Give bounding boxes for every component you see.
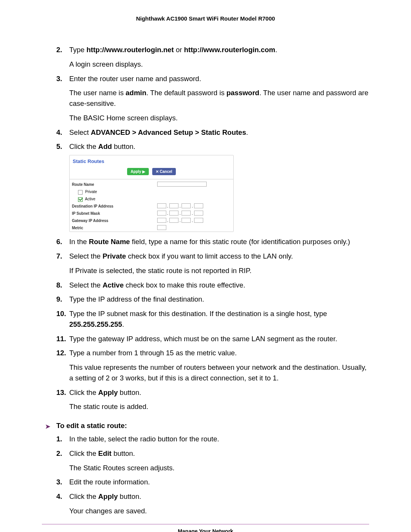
ss-active-label: Active xyxy=(85,197,95,201)
step-6-text: In the Route Name field, type a name for… xyxy=(69,238,350,246)
triangle-bullet-icon: ➤ xyxy=(45,422,51,431)
route-name-input[interactable] xyxy=(157,182,207,187)
step-9: 9. Type the IP address of the final dest… xyxy=(56,294,369,305)
edit-step-3: 3. Edit the route information. xyxy=(56,477,369,487)
dest-oct3[interactable] xyxy=(182,203,191,208)
page-footer: Manage Your Network 131 xyxy=(42,524,369,532)
edit-step-4-p: Your changes are saved. xyxy=(69,506,369,516)
page: Nighthawk AC1900 Smart WiFi Router Model… xyxy=(0,0,411,532)
step-5-text: Click the Add button. xyxy=(69,142,135,150)
mask-oct3[interactable] xyxy=(182,211,191,216)
private-checkbox[interactable] xyxy=(78,190,83,195)
step-2-result: A login screen displays. xyxy=(69,59,369,70)
ss-mask-label: IP Subnet Mask xyxy=(70,210,155,217)
ss-private-label: Private xyxy=(85,190,97,194)
step-4: 4. Select ADVANCED > Advanced Setup > St… xyxy=(56,127,369,138)
step-13-p: The static route is added. xyxy=(69,401,369,412)
edit-step-4: 4. Click the Apply button. Your changes … xyxy=(56,491,369,516)
cancel-button[interactable]: ✕ Cancel xyxy=(152,168,176,175)
ss-route-name-label: Route Name xyxy=(70,181,155,188)
mask-oct1[interactable] xyxy=(157,211,166,216)
metric-input[interactable] xyxy=(157,225,166,230)
static-routes-screenshot: Static Routes Apply ▶ ✕ Cancel Route Nam… xyxy=(69,155,234,232)
gw-oct4[interactable] xyxy=(194,218,203,223)
step-8: 8. Select the Active check box to make t… xyxy=(56,280,369,291)
step-13: 13. Click the Apply button. The static r… xyxy=(56,387,369,412)
mask-oct2[interactable] xyxy=(169,211,178,216)
step-12-p: This value represents the number of rout… xyxy=(69,362,369,383)
dest-oct1[interactable] xyxy=(157,203,166,208)
apply-button[interactable]: Apply ▶ xyxy=(127,168,149,175)
edit-step-1: 1. In the table, select the radio button… xyxy=(56,434,369,444)
step-13-text: Click the Apply button. xyxy=(69,388,141,396)
edit-step-2-p: The Static Routes screen adjusts. xyxy=(69,463,369,473)
edit-route-heading: ➤ To edit a static route: xyxy=(42,422,369,430)
main-steps: 2. Type http://www.routerlogin.net or ht… xyxy=(42,45,369,412)
edit-step-3-text: Edit the route information. xyxy=(69,478,150,486)
footer-section: Manage Your Network xyxy=(42,528,369,532)
step-7: 7. Select the Private check box if you w… xyxy=(56,251,369,276)
mask-oct4[interactable] xyxy=(194,211,203,216)
step-10: 10. Type the IP subnet mask for this des… xyxy=(56,308,369,330)
step-6: 6. In the Route Name field, type a name … xyxy=(56,236,369,247)
step-8-text: Select the Active check box to make this… xyxy=(69,281,245,289)
dest-oct2[interactable] xyxy=(169,203,178,208)
ss-gw-label: Gateway IP Address xyxy=(70,217,155,224)
step-11: 11. Type the gateway IP address, which m… xyxy=(56,334,369,344)
edit-step-2-text: Click the Edit button. xyxy=(69,449,135,457)
gw-oct3[interactable] xyxy=(182,218,191,223)
active-checkbox[interactable] xyxy=(78,197,83,202)
gw-oct2[interactable] xyxy=(169,218,178,223)
edit-step-2: 2. Click the Edit button. The Static Rou… xyxy=(56,448,369,473)
edit-step-4-text: Click the Apply button. xyxy=(69,492,141,500)
step-12-text: Type a number from 1 through 15 as the m… xyxy=(69,349,237,357)
step-10-text: Type the IP subnet mask for this destina… xyxy=(69,310,327,328)
step-3: 3. Enter the router user name and passwo… xyxy=(56,73,369,123)
step-4-text: Select ADVANCED > Advanced Setup > Stati… xyxy=(69,128,248,136)
edit-steps: 1. In the table, select the radio button… xyxy=(42,434,369,516)
step-5: 5. Click the Add button. Static Routes A… xyxy=(56,141,369,232)
step-2: 2. Type http://www.routerlogin.net or ht… xyxy=(56,45,369,70)
step-3-text: Enter the router user name and password. xyxy=(69,75,201,83)
step-11-text: Type the gateway IP address, which must … xyxy=(69,335,337,343)
step-12: 12. Type a number from 1 through 15 as t… xyxy=(56,348,369,383)
ss-metric-label: Metric xyxy=(70,224,155,232)
step-3-p2: The BASIC Home screen displays. xyxy=(69,113,369,123)
edit-step-1-text: In the table, select the radio button fo… xyxy=(69,435,219,443)
doc-header: Nighthawk AC1900 Smart WiFi Router Model… xyxy=(42,15,369,22)
dest-oct4[interactable] xyxy=(194,203,203,208)
step-7-text: Select the Private check box if you want… xyxy=(69,252,293,260)
step-9-text: Type the IP address of the final destina… xyxy=(69,295,204,303)
step-2-text: Type http://www.routerlogin.net or http:… xyxy=(69,46,277,54)
step-3-p1: The user name is admin. The default pass… xyxy=(69,88,369,109)
step-7-p: If Private is selected, the static route… xyxy=(69,265,369,276)
ss-dest-label: Destination IP Address xyxy=(70,203,155,210)
gw-oct1[interactable] xyxy=(157,218,166,223)
ss-title: Static Routes xyxy=(73,158,230,165)
